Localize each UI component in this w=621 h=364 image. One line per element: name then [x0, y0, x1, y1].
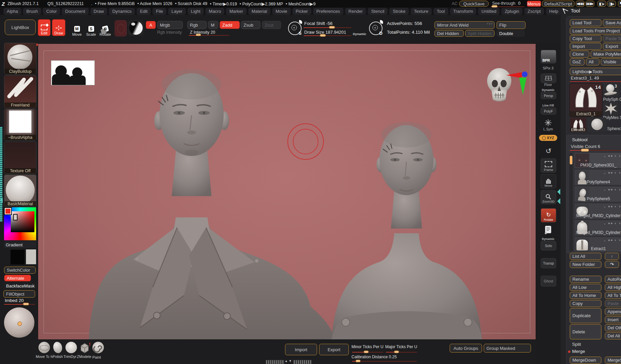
tool-thumb-extract3[interactable]: Extract3 [570, 118, 586, 132]
menu-transform[interactable]: Transform [450, 8, 477, 15]
tool-import-button[interactable]: Import [570, 43, 601, 50]
quicksave-button[interactable]: QuickSave [459, 1, 489, 7]
material-sphere-button[interactable] [128, 20, 144, 36]
split-hidden-button[interactable]: Split Hidden [465, 30, 495, 37]
bottom-export-button[interactable]: Export [319, 344, 349, 355]
quick-brush-paint[interactable] [92, 342, 105, 355]
mirror-and-weld-button[interactable]: Mirror And Weld x y z [434, 21, 495, 29]
subtool-redo-button[interactable]: ↷ [605, 261, 619, 268]
save-as-button[interactable]: Save As [603, 19, 621, 26]
spix-slider[interactable]: SPix 3 [537, 66, 559, 70]
calibration-handle[interactable] [356, 360, 361, 362]
visible-count-handle[interactable] [581, 149, 589, 152]
edit-button[interactable]: Edit [38, 19, 51, 36]
menu-untitled[interactable]: Untitled [478, 8, 500, 15]
subtool-copy-button[interactable]: Copy [570, 300, 601, 307]
backface-mask-button[interactable]: BackfaceMask [3, 282, 38, 289]
stroke-picker-button[interactable]: + S [287, 20, 303, 36]
solo-button[interactable]: Solo [541, 241, 556, 250]
scroll-document-icon[interactable] [543, 225, 553, 235]
bpr-button[interactable]: BPR [541, 50, 556, 63]
ghost-button[interactable]: Ghost [541, 276, 556, 286]
spin-icon[interactable]: ↺ [544, 146, 553, 156]
menu-zscript[interactable]: Zscript [524, 8, 544, 15]
rotate-canvas-button[interactable]: ↻ Rotate [541, 208, 556, 222]
visible-button[interactable]: Visible [601, 58, 621, 65]
bottom-tray-handle-right[interactable] [293, 360, 312, 364]
visible-count-slider[interactable] [570, 150, 621, 151]
gradient-bar[interactable]: Gradient [4, 241, 36, 248]
draw-size-handle[interactable] [320, 34, 326, 37]
zcut-button[interactable]: Zcut [262, 21, 281, 29]
move-button[interactable]: M Move [71, 21, 83, 36]
make-polymesh3d-button[interactable]: Make PolyMesh3D [591, 51, 621, 58]
draw-button[interactable]: Draw [52, 19, 65, 36]
quick-brush-trimdynamic[interactable] [65, 342, 78, 355]
subtool-row-2[interactable]: ⌄ ●● ◐ ◑ PolySphere5 [574, 186, 621, 202]
bottom-tray-handle-left[interactable] [266, 360, 284, 364]
paste-document-icon[interactable]: ◨▸ [607, 1, 616, 7]
merge-similar-button[interactable]: MergeSi [605, 357, 621, 364]
color-picker[interactable] [4, 207, 36, 240]
lsym-icon[interactable] [544, 119, 553, 127]
menu-document[interactable]: Document [62, 8, 88, 15]
list-all-button[interactable]: List All [570, 253, 601, 260]
scale-button[interactable]: S Scale [85, 21, 97, 36]
material-basic-material[interactable]: BasicMaterial [4, 175, 36, 207]
all-button[interactable]: All [586, 58, 599, 65]
group-masked-button[interactable]: Group Masked [484, 344, 531, 353]
copy-tool-button[interactable]: Copy Tool [570, 35, 601, 42]
subtool-row-icons[interactable]: ⌄ ●● ◐ ◑ [603, 221, 621, 225]
zsub-button[interactable]: Zsub [241, 21, 260, 29]
del-all-button[interactable]: Del All [605, 332, 621, 339]
all-to-home-button[interactable]: All To Home [570, 292, 601, 299]
menu-tool[interactable]: Tool [433, 8, 448, 15]
subtool-row-icons[interactable]: ⌄ ●● ◐ ◑ [603, 171, 621, 175]
alpha-brush-alpha[interactable]: ~BrushAlpha [4, 109, 36, 141]
left-tray-arrow-icon[interactable] [0, 198, 3, 203]
menus-button[interactable]: Menus [527, 1, 541, 7]
extra-titlebar-icon[interactable]: ▚ [618, 1, 621, 7]
lightbox-button[interactable]: LightBox [5, 20, 36, 35]
switch-color-button[interactable]: SwitchColor [4, 267, 36, 274]
secondary-color-swatch-black[interactable] [10, 249, 25, 265]
append-button[interactable]: Append [605, 308, 621, 315]
menu-layer[interactable]: Layer [168, 8, 186, 15]
draw-size-slider[interactable] [304, 35, 351, 36]
current-color-swatch[interactable] [115, 20, 127, 36]
clone-button[interactable]: Clone [570, 51, 589, 58]
subtool-row-icons[interactable]: ⌄ ●● ◐ ◑ [603, 238, 621, 242]
menu-preferences[interactable]: Preferences [313, 8, 343, 15]
secondary-color-swatch-gray[interactable] [26, 249, 36, 264]
focal-shift-slider[interactable] [304, 27, 351, 28]
right-tray-arrow-icon[interactable] [557, 189, 560, 195]
del-other-button[interactable]: Del Othe [605, 324, 621, 331]
merge-section-header[interactable]: Merge [572, 349, 585, 354]
m-button[interactable]: M [208, 21, 218, 29]
fill-object-button[interactable]: FillObject [3, 290, 35, 298]
menu-movie[interactable]: Movie [272, 8, 291, 15]
menu-edit[interactable]: Edit [137, 8, 151, 15]
menu-alpha[interactable]: Alpha [3, 8, 21, 15]
quick-brush-zmodeler[interactable]: ! [78, 342, 91, 355]
menu-help[interactable]: Help [546, 8, 562, 15]
auto-groups-button[interactable]: Auto Groups [450, 344, 482, 353]
duplicate-button[interactable]: Duplicate [570, 308, 601, 323]
subtool-up-button[interactable]: ↑ [605, 253, 619, 260]
rename-button[interactable]: Rename [570, 276, 601, 283]
split-section-header[interactable]: Split [572, 342, 581, 347]
transp-button[interactable]: Transp [541, 258, 556, 268]
imbed-slider[interactable] [4, 304, 35, 305]
nav-axis-widget[interactable] [506, 70, 533, 97]
merge-down-button[interactable]: MergeDown [570, 357, 601, 364]
alternate-button[interactable]: Alternate [4, 275, 31, 281]
dynamic-mode-button[interactable]: + D [368, 20, 384, 36]
menu-file[interactable]: File [152, 8, 166, 15]
paste-tool-button[interactable]: Paste Tool [603, 35, 621, 42]
major-ticks-handle[interactable] [394, 351, 399, 353]
subtool-row-4[interactable]: ⌄ ●● ◐ ◑ Merged_PM3D_Cylinder [574, 220, 621, 236]
local-symmetry-xyz-button[interactable]: XYZ [539, 135, 557, 141]
subtool-scrollbar[interactable] [569, 153, 573, 251]
right-tray-arrow-icon-2[interactable] [557, 198, 560, 204]
quick-brush-hpolish[interactable] [51, 342, 64, 355]
